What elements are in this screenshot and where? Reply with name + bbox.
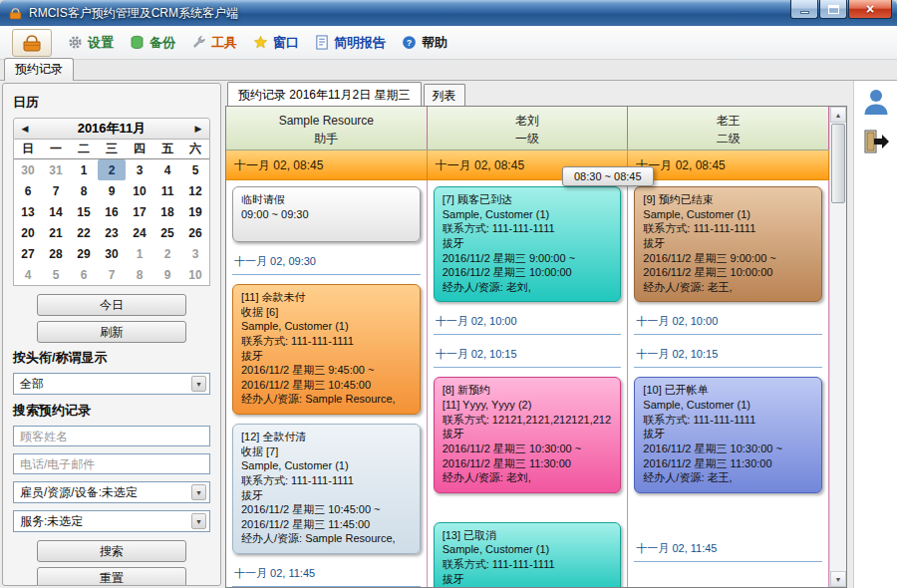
calendar-day[interactable]: 26	[181, 222, 209, 243]
menu-item-settings[interactable]: 设置	[68, 34, 114, 52]
appointment-block[interactable]: [10] 已开帐单Sample, Customer (1)联系方式: 111-1…	[634, 377, 822, 492]
home-button[interactable]	[12, 29, 52, 57]
appointment-block[interactable]: [9] 预约已结束Sample, Customer (1)联系方式: 111-1…	[634, 186, 822, 302]
appointment-block[interactable]: [8] 新预约[11] Yyyy, Yyyy (2)联系方式: 12121,21…	[434, 377, 622, 492]
calendar-day[interactable]: 23	[98, 222, 126, 243]
calendar: ◀ 2016年11月 ▶ 日一二三四五六30311234567891011121…	[13, 118, 210, 286]
calendar-day[interactable]: 3	[181, 243, 209, 264]
calendar-day[interactable]: 19	[181, 201, 209, 222]
calendar-day[interactable]: 17	[126, 201, 153, 222]
customer-name-input[interactable]	[13, 426, 210, 446]
calendar-day[interactable]: 16	[98, 201, 126, 222]
title-bar: RMCIS客户预约管理及CRM系统客户端 ×	[0, 0, 897, 26]
appointment-line: 拔牙	[443, 236, 613, 251]
time-slot-label[interactable]: 十一月 02, 09:30	[232, 251, 421, 275]
calendar-day[interactable]: 10	[126, 180, 153, 201]
appointment-block[interactable]: [7] 顾客已到达Sample, Customer (1)联系方式: 111-1…	[434, 186, 622, 302]
calendar-day[interactable]: 4	[14, 264, 42, 285]
contact-input[interactable]	[13, 453, 210, 474]
calendar-day[interactable]: 25	[153, 222, 181, 243]
time-slot-label[interactable]: 十一月 02, 11:45	[232, 563, 421, 587]
appointment-block[interactable]: [11] 余款未付收据 [6]Sample, Customer (1)联系方式:…	[232, 284, 421, 415]
calendar-day[interactable]: 5	[181, 159, 209, 180]
calendar-day[interactable]: 11	[153, 180, 181, 201]
calendar-day[interactable]: 29	[70, 243, 98, 264]
calendar-month-label: 2016年11月	[36, 120, 187, 138]
calendar-day[interactable]: 7	[42, 180, 70, 201]
calendar-day-selected[interactable]: 2	[98, 159, 126, 180]
minimize-button[interactable]	[790, 0, 818, 19]
time-slot-label[interactable]: 十一月 02, 10:00	[634, 311, 822, 335]
chevron-down-icon: ▼	[191, 376, 206, 392]
today-button[interactable]: 今日	[37, 294, 186, 316]
calendar-day[interactable]: 24	[126, 222, 153, 243]
menu-item-report[interactable]: 简明报告	[315, 34, 386, 52]
calendar-day[interactable]: 8	[70, 180, 98, 201]
calendar-day[interactable]: 12	[181, 180, 209, 201]
service-filter-select[interactable]: 服务:未选定 ▼	[13, 510, 210, 532]
search-button[interactable]: 搜索	[37, 540, 186, 562]
calendar-day[interactable]: 9	[153, 264, 181, 285]
tab-list-view[interactable]: 列表	[424, 84, 465, 107]
calendar-day[interactable]: 13	[14, 201, 42, 222]
vertical-scrollbar[interactable]: ▲ ▼	[829, 107, 846, 587]
time-slot-highlight[interactable]: 十一月 02, 08:45	[628, 150, 829, 179]
user-icon[interactable]	[862, 87, 890, 117]
maximize-button[interactable]	[819, 0, 847, 19]
calendar-day[interactable]: 2	[153, 243, 181, 264]
menu-item-tools[interactable]: 工具	[191, 34, 237, 52]
time-range-tooltip: 08:30 ~ 08:45	[562, 166, 654, 186]
calendar-day[interactable]: 18	[153, 201, 181, 222]
calendar-day[interactable]: 6	[14, 180, 42, 201]
time-slot-label[interactable]: 十一月 02, 10:00	[434, 311, 622, 335]
calendar-day[interactable]: 10	[181, 264, 209, 285]
calendar-day-header: 一	[42, 140, 70, 159]
time-slot-label[interactable]: 十一月 02, 10:15	[634, 344, 822, 368]
calendar-day[interactable]: 22	[70, 222, 98, 243]
tab-day-view[interactable]: 预约记录 2016年11月2日 星期三	[227, 82, 422, 107]
calendar-next-button[interactable]: ▶	[187, 124, 209, 134]
appointment-block[interactable]: [13] 已取消Sample, Customer (1)联系方式: 111-11…	[434, 522, 622, 587]
scroll-up-arrow[interactable]: ▲	[830, 107, 846, 123]
calendar-day[interactable]: 1	[70, 159, 98, 180]
calendar-prev-button[interactable]: ◀	[14, 124, 36, 134]
appointment-line: 2016/11/2 星期三 11:30:00	[443, 456, 613, 471]
calendar-day[interactable]: 1	[126, 243, 153, 264]
calendar-day[interactable]: 15	[70, 201, 98, 222]
calendar-day[interactable]: 28	[42, 243, 70, 264]
calendar-day[interactable]: 8	[126, 264, 153, 285]
report-icon	[315, 35, 329, 50]
scrollbar-thumb[interactable]	[831, 124, 845, 203]
calendar-day[interactable]: 14	[42, 201, 70, 222]
calendar-day[interactable]: 5	[42, 264, 70, 285]
schedule: Sample Resource 助手 老刘 一级 老王 二级 十一月 02, 0…	[225, 106, 847, 588]
calendar-day[interactable]: 7	[98, 264, 126, 285]
appointment-block[interactable]: 临时请假09:00 ~ 09:30	[232, 186, 421, 242]
reset-button[interactable]: 重置	[37, 567, 186, 586]
time-slot-label[interactable]: 十一月 02, 11:45	[634, 538, 822, 562]
calendar-day[interactable]: 9	[98, 180, 126, 201]
resource-filter-select[interactable]: 雇员/资源/设备:未选定 ▼	[13, 481, 210, 503]
calendar-day[interactable]: 30	[14, 159, 42, 180]
calendar-day[interactable]: 3	[126, 159, 153, 180]
time-slot-label[interactable]: 十一月 02, 10:15	[434, 344, 622, 368]
tab-appointments[interactable]: 预约记录	[4, 58, 74, 81]
menu-item-window[interactable]: 窗口	[253, 34, 299, 52]
calendar-day[interactable]: 4	[153, 159, 181, 180]
calendar-day[interactable]: 6	[70, 264, 98, 285]
refresh-button[interactable]: 刷新	[37, 321, 186, 343]
calendar-day[interactable]: 30	[98, 243, 126, 264]
time-slot-highlight[interactable]: 十一月 02, 08:45	[226, 150, 428, 179]
calendar-day[interactable]: 31	[42, 159, 70, 180]
calendar-day[interactable]: 21	[42, 222, 70, 243]
menu-item-help[interactable]: ? 帮助	[402, 34, 448, 52]
appointment-block[interactable]: [12] 全款付清收据 [7]Sample, Customer (1)联系方式:…	[232, 424, 421, 554]
calendar-day[interactable]: 27	[14, 243, 42, 264]
scroll-down-arrow[interactable]: ▼	[830, 571, 846, 587]
appointment-line: Sample, Customer (1)	[443, 207, 613, 222]
title-filter-select[interactable]: 全部 ▼	[13, 373, 210, 395]
close-button[interactable]: ×	[848, 0, 892, 19]
calendar-day[interactable]: 20	[14, 222, 42, 243]
menu-item-backup[interactable]: 备份	[130, 34, 175, 52]
logout-icon[interactable]	[862, 129, 890, 154]
